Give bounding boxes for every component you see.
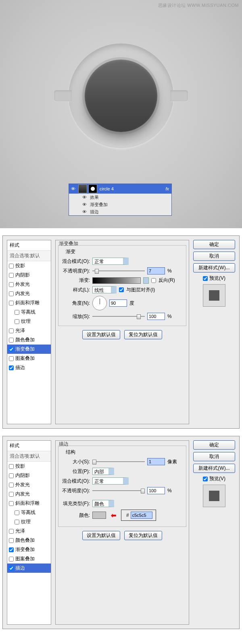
style-checkbox[interactable] [9, 538, 14, 543]
style-item-color-overlay[interactable]: 颜色叠加 [7, 335, 51, 345]
style-item-satin[interactable]: 光泽 [7, 326, 51, 335]
style-checkbox[interactable] [15, 319, 19, 324]
style-checkbox[interactable] [9, 483, 14, 487]
blend-options-header[interactable]: 混合选项:默认 [7, 451, 51, 462]
style-item-outer-glow[interactable]: 外发光 [7, 480, 51, 489]
reset-default-button[interactable]: 复位为默认值 [124, 531, 162, 540]
style-checkbox[interactable] [9, 566, 14, 571]
ok-button[interactable]: 确定 [193, 440, 235, 450]
watermark: 思缘设计论坛 WWW.MISSYUAN.COM [158, 2, 239, 8]
color-swatch[interactable] [92, 512, 106, 519]
style-item-contour[interactable]: 等高线 [7, 308, 51, 317]
style-item-outer-glow[interactable]: 外发光 [7, 280, 51, 289]
opacity-slider[interactable] [92, 268, 145, 273]
style-checkbox[interactable] [9, 464, 14, 469]
new-style-button[interactable]: 新建样式(W)... [193, 263, 235, 272]
style-checkbox[interactable] [9, 328, 14, 333]
reset-default-button[interactable]: 复位为默认值 [124, 330, 162, 339]
gradient-swatch[interactable] [92, 277, 141, 284]
style-item-bevel-emboss[interactable]: 斜面和浮雕 [7, 298, 51, 308]
fx-badge[interactable]: fx [165, 186, 169, 191]
styles-header[interactable]: 样式 [7, 240, 51, 251]
style-checkbox[interactable] [9, 291, 14, 296]
style-item-texture[interactable]: 纹理 [7, 517, 51, 526]
hex-input[interactable] [131, 512, 152, 519]
style-item-drop-shadow[interactable]: 投影 [7, 462, 51, 471]
annotation-arrow-icon: ⬅ [111, 512, 116, 519]
style-checkbox[interactable] [15, 510, 19, 515]
style-item-inner-shadow[interactable]: 内阴影 [7, 270, 51, 280]
cancel-button[interactable]: 取消 [193, 252, 235, 261]
style-checkbox[interactable] [9, 282, 14, 287]
style-item-inner-glow[interactable]: 内发光 [7, 289, 51, 298]
style-checkbox[interactable] [15, 310, 19, 315]
visibility-toggle-icon[interactable]: 👁 [81, 202, 88, 207]
style-item-drop-shadow[interactable]: 投影 [7, 261, 51, 270]
fill-type-select[interactable]: 颜色 [92, 500, 114, 507]
style-checkbox[interactable] [9, 529, 14, 534]
visibility-toggle-icon[interactable]: 👁 [81, 209, 88, 214]
opacity-input[interactable] [147, 267, 165, 275]
style-checkbox[interactable] [9, 557, 14, 561]
style-checkbox[interactable] [9, 501, 14, 506]
visibility-toggle-icon[interactable]: 👁 [81, 195, 88, 200]
size-input[interactable] [147, 458, 165, 465]
scale-input[interactable] [147, 313, 165, 320]
layer-mask-thumbnail[interactable] [88, 184, 97, 193]
style-item-texture[interactable]: 纹理 [7, 317, 51, 326]
style-item-inner-glow[interactable]: 内发光 [7, 489, 51, 499]
style-item-color-overlay[interactable]: 颜色叠加 [7, 536, 51, 545]
style-checkbox[interactable] [9, 347, 14, 352]
style-item-gradient-overlay[interactable]: 渐变叠加 [7, 345, 51, 354]
style-checkbox[interactable] [9, 547, 14, 552]
gradient-style-select[interactable]: 线性 [92, 286, 117, 293]
position-select[interactable]: 内部 [92, 468, 114, 475]
align-checkbox[interactable] [119, 287, 124, 292]
blend-mode-select[interactable]: 正常 [92, 477, 129, 485]
effects-header-row[interactable]: 👁 效果 [69, 194, 171, 201]
style-item-gradient-overlay[interactable]: 渐变叠加 [7, 545, 51, 554]
style-checkbox[interactable] [9, 301, 14, 305]
preview-checkbox[interactable] [203, 477, 208, 481]
style-item-stroke[interactable]: 描边 [7, 363, 51, 372]
size-slider[interactable] [92, 459, 145, 464]
style-checkbox[interactable] [9, 492, 14, 497]
new-style-button[interactable]: 新建样式(W)... [193, 464, 235, 473]
style-checkbox[interactable] [15, 520, 19, 524]
style-item-contour[interactable]: 等高线 [7, 508, 51, 517]
style-checkbox[interactable] [9, 338, 14, 343]
style-checkbox[interactable] [9, 365, 14, 370]
style-item-inner-shadow[interactable]: 内阴影 [7, 471, 51, 480]
visibility-toggle-icon[interactable]: 👁 [69, 186, 77, 191]
style-item-satin[interactable]: 光泽 [7, 526, 51, 536]
styles-list: 样式 混合选项:默认 投影 内阴影 外发光 内发光 斜面和浮雕 等高线 纹理 光… [7, 240, 51, 424]
style-item-pattern-overlay[interactable]: 图案叠加 [7, 354, 51, 363]
style-checkbox[interactable] [9, 356, 14, 361]
style-item-pattern-overlay[interactable]: 图案叠加 [7, 554, 51, 564]
blend-options-header[interactable]: 混合选项:默认 [7, 251, 51, 261]
scale-slider[interactable] [92, 314, 145, 319]
layer-row-selected[interactable]: 👁 circle 4 fx [69, 184, 171, 194]
effect-row[interactable]: 👁 描边 [69, 208, 171, 215]
cancel-button[interactable]: 取消 [193, 452, 235, 461]
angle-input[interactable] [109, 299, 127, 307]
style-checkbox[interactable] [9, 273, 14, 278]
angle-dial[interactable] [92, 296, 107, 310]
styles-header[interactable]: 样式 [7, 441, 51, 451]
opacity-input[interactable] [147, 487, 165, 494]
style-checkbox[interactable] [9, 473, 14, 478]
style-checkbox[interactable] [9, 264, 14, 268]
gradient-dropdown-icon[interactable] [143, 277, 149, 284]
preview-checkbox[interactable] [203, 276, 208, 281]
set-default-button[interactable]: 设置为默认值 [82, 330, 120, 339]
effect-row[interactable]: 👁 渐变叠加 [69, 201, 171, 208]
style-item-bevel-emboss[interactable]: 斜面和浮雕 [7, 499, 51, 508]
ok-button[interactable]: 确定 [193, 240, 235, 249]
layer-thumbnail[interactable] [78, 184, 87, 193]
blend-mode-select[interactable]: 正常 [92, 258, 129, 265]
style-item-stroke[interactable]: 描边 [7, 564, 51, 573]
layer-name[interactable]: circle 4 [100, 186, 114, 191]
set-default-button[interactable]: 设置为默认值 [82, 531, 120, 540]
opacity-slider[interactable] [92, 488, 145, 493]
reverse-checkbox[interactable] [151, 278, 156, 283]
